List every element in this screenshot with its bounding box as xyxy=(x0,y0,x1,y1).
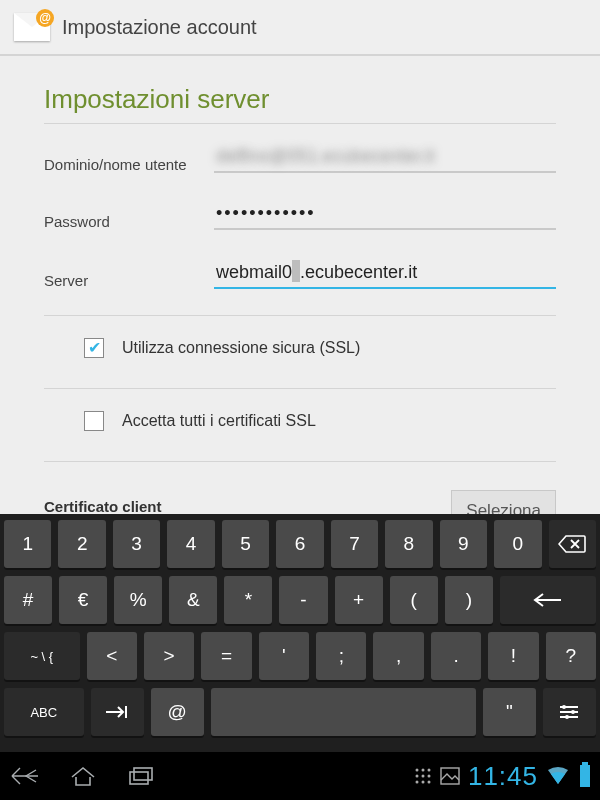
key-semicolon[interactable]: ; xyxy=(316,632,366,680)
page-title: Impostazioni server xyxy=(44,84,556,115)
svg-point-11 xyxy=(415,781,418,784)
key-period[interactable]: . xyxy=(431,632,481,680)
key-dquote[interactable]: " xyxy=(483,688,536,736)
server-input[interactable]: webmail0.ecubecenter.it xyxy=(214,256,556,289)
key-eq[interactable]: = xyxy=(201,632,251,680)
key-apos[interactable]: ' xyxy=(259,632,309,680)
svg-point-8 xyxy=(415,775,418,778)
ssl-checkbox-label: Utilizza connessione sicura (SSL) xyxy=(122,339,360,357)
key-minus[interactable]: - xyxy=(279,576,327,624)
key-at[interactable]: @ xyxy=(151,688,204,736)
ssl-checkbox-row[interactable]: Utilizza connessione sicura (SSL) xyxy=(84,338,556,358)
svg-point-1 xyxy=(571,710,575,714)
key-7[interactable]: 7 xyxy=(331,520,378,568)
svg-point-12 xyxy=(421,781,424,784)
key-6[interactable]: 6 xyxy=(276,520,323,568)
key-space[interactable] xyxy=(211,688,476,736)
key-euro[interactable]: € xyxy=(59,576,107,624)
svg-point-9 xyxy=(421,775,424,778)
key-comma[interactable]: , xyxy=(373,632,423,680)
svg-point-0 xyxy=(562,705,566,709)
email-app-icon: @ xyxy=(14,13,50,41)
svg-point-10 xyxy=(427,775,430,778)
domain-input[interactable]: delfino@051.ecubecenter.it xyxy=(214,142,556,173)
keyboard-row-4: ABC @ " xyxy=(4,688,596,736)
enter-icon xyxy=(531,591,565,609)
key-4[interactable]: 4 xyxy=(167,520,214,568)
keyboard-row-1: 1 2 3 4 5 6 7 8 9 0 xyxy=(4,520,596,568)
accept-all-checkbox-label: Accetta tutti i certificati SSL xyxy=(122,412,316,430)
client-cert-label: Certificato client xyxy=(44,498,162,515)
key-enter[interactable] xyxy=(500,576,596,624)
server-input-pre: webmail0 xyxy=(216,262,292,282)
key-0[interactable]: 0 xyxy=(494,520,541,568)
key-abc[interactable]: ABC xyxy=(4,688,84,736)
key-backspace[interactable] xyxy=(549,520,596,568)
svg-point-2 xyxy=(565,715,569,719)
key-tab[interactable] xyxy=(91,688,144,736)
wifi-icon xyxy=(546,766,570,786)
key-3[interactable]: 3 xyxy=(113,520,160,568)
key-question[interactable]: ? xyxy=(546,632,596,680)
password-label: Password xyxy=(44,213,214,230)
keyboard-row-3: ~ \ { < > = ' ; , . ! ? xyxy=(4,632,596,680)
key-2[interactable]: 2 xyxy=(58,520,105,568)
keyboard-row-2: # € % & * - + ( ) xyxy=(4,576,596,624)
key-1[interactable]: 1 xyxy=(4,520,51,568)
key-more-symbols[interactable]: ~ \ { xyxy=(4,632,80,680)
nav-recent-icon[interactable] xyxy=(126,766,156,786)
server-input-post: .ecubecenter.it xyxy=(300,262,417,282)
nav-home-icon[interactable] xyxy=(68,765,98,787)
key-amp[interactable]: & xyxy=(169,576,217,624)
notification-dots-icon[interactable] xyxy=(414,767,432,785)
accept-all-checkbox-row[interactable]: Accetta tutti i certificati SSL xyxy=(84,411,556,431)
settings-form: Impostazioni server Dominio/nome utente … xyxy=(0,56,600,514)
key-rparen[interactable]: ) xyxy=(445,576,493,624)
server-label: Server xyxy=(44,272,214,289)
key-5[interactable]: 5 xyxy=(222,520,269,568)
svg-point-13 xyxy=(427,781,430,784)
app-bar-title: Impostazione account xyxy=(62,16,257,39)
key-hash[interactable]: # xyxy=(4,576,52,624)
svg-rect-4 xyxy=(134,768,152,780)
keyboard-settings-icon xyxy=(558,703,580,721)
text-cursor xyxy=(292,260,300,282)
key-lparen[interactable]: ( xyxy=(390,576,438,624)
key-plus[interactable]: + xyxy=(335,576,383,624)
key-percent[interactable]: % xyxy=(114,576,162,624)
picture-icon xyxy=(440,767,460,785)
select-cert-button[interactable]: Seleziona xyxy=(451,490,556,514)
battery-icon xyxy=(580,765,590,787)
nav-back-icon[interactable] xyxy=(10,766,40,786)
key-bang[interactable]: ! xyxy=(488,632,538,680)
tab-icon xyxy=(104,704,130,720)
key-star[interactable]: * xyxy=(224,576,272,624)
key-8[interactable]: 8 xyxy=(385,520,432,568)
backspace-icon xyxy=(558,535,586,553)
key-settings[interactable] xyxy=(543,688,596,736)
soft-keyboard: 1 2 3 4 5 6 7 8 9 0 # € % & * - + ( ) ~ … xyxy=(0,514,600,752)
key-lt[interactable]: < xyxy=(87,632,137,680)
password-input[interactable]: •••••••••••• xyxy=(214,199,556,230)
domain-label: Dominio/nome utente xyxy=(44,156,214,173)
svg-point-5 xyxy=(415,769,418,772)
key-gt[interactable]: > xyxy=(144,632,194,680)
system-bar: 11:45 xyxy=(0,752,600,800)
ssl-checkbox[interactable] xyxy=(84,338,104,358)
svg-point-6 xyxy=(421,769,424,772)
accept-all-checkbox[interactable] xyxy=(84,411,104,431)
app-bar: @ Impostazione account xyxy=(0,0,600,56)
status-clock: 11:45 xyxy=(468,761,538,792)
svg-rect-14 xyxy=(441,768,459,784)
key-9[interactable]: 9 xyxy=(440,520,487,568)
svg-point-7 xyxy=(427,769,430,772)
svg-rect-3 xyxy=(130,772,148,784)
